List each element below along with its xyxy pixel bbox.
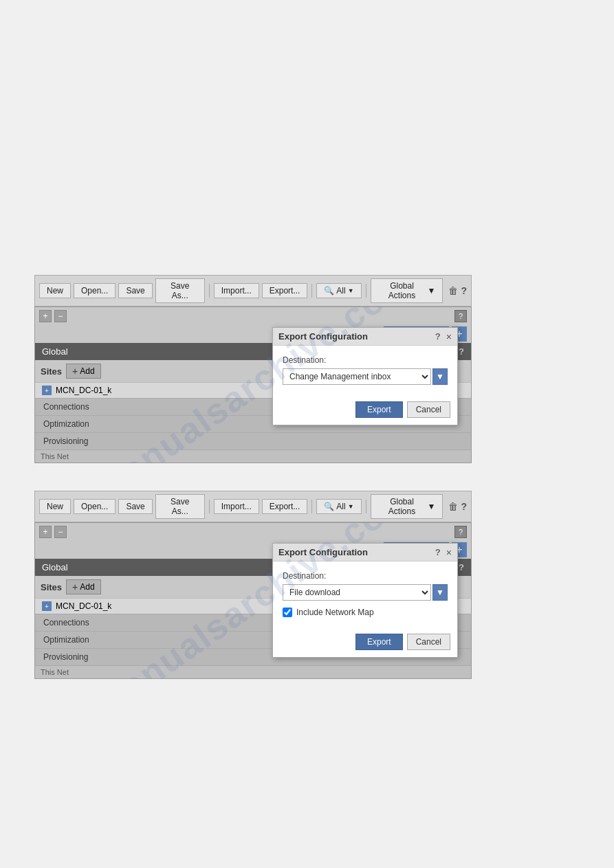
sites-label-1: Sites bbox=[41, 366, 62, 377]
toolbar-2: New Open... Save Save As... Import... Ex… bbox=[34, 491, 472, 522]
new-button-2[interactable]: New bbox=[39, 499, 71, 514]
panel-help-1[interactable]: ? bbox=[454, 310, 467, 322]
trash-icon-2[interactable]: 🗑 bbox=[448, 501, 458, 512]
trash-icon-1[interactable]: 🗑 bbox=[448, 285, 458, 296]
global-actions-button-1[interactable]: Global Actions ▼ bbox=[371, 278, 443, 303]
global-help-2[interactable]: ? bbox=[459, 562, 464, 572]
modal-help-icon-2[interactable]: ? bbox=[435, 547, 441, 557]
modal-title-1: Export Configuration bbox=[278, 331, 435, 342]
destination-row-2: File download ▼ bbox=[283, 584, 448, 601]
destination-label-2: Destination: bbox=[283, 571, 448, 581]
separator-1 bbox=[209, 284, 210, 298]
site-name-2: MCN_DC-01_k bbox=[56, 601, 111, 611]
separator-4 bbox=[209, 500, 210, 513]
modal-footer-2: Export Cancel bbox=[273, 631, 457, 657]
modal-titlebar-2: Export Configuration ? × bbox=[273, 544, 457, 561]
cancel-button-modal-2[interactable]: Cancel bbox=[407, 634, 450, 650]
sites-label-2: Sites bbox=[41, 582, 62, 592]
separator-6 bbox=[366, 500, 366, 513]
global-help-1[interactable]: ? bbox=[459, 346, 464, 357]
import-button-2[interactable]: Import... bbox=[214, 499, 259, 514]
plus-icon-1: + bbox=[72, 366, 78, 377]
export-button-1[interactable]: Export... bbox=[262, 283, 308, 298]
global-label-2: Global bbox=[42, 562, 68, 572]
nav-provisioning-1[interactable]: Provisioning bbox=[35, 432, 471, 449]
open-button-2[interactable]: Open... bbox=[74, 499, 116, 514]
cancel-button-modal-1[interactable]: Cancel bbox=[407, 401, 450, 418]
destination-select-2[interactable]: File download bbox=[283, 584, 431, 601]
add-site-button-1[interactable]: + Add bbox=[66, 364, 101, 379]
site-expand-icon-2[interactable]: + bbox=[42, 601, 52, 611]
modal-help-icon-1[interactable]: ? bbox=[435, 331, 441, 342]
site-expand-icon-1[interactable]: + bbox=[42, 386, 52, 395]
import-button-1[interactable]: Import... bbox=[214, 283, 259, 298]
panel-help-2[interactable]: ? bbox=[454, 526, 467, 538]
plus-icon-2: + bbox=[72, 581, 78, 592]
global-actions-button-2[interactable]: Global Actions ▼ bbox=[371, 494, 443, 519]
separator-2 bbox=[311, 284, 312, 298]
include-network-map-row: Include Network Map bbox=[283, 608, 448, 617]
collapse-btn-2[interactable]: − bbox=[54, 526, 67, 538]
modal-footer-1: Export Cancel bbox=[273, 399, 457, 425]
include-network-map-checkbox[interactable] bbox=[283, 608, 292, 617]
collapse-btn-1[interactable]: − bbox=[54, 310, 67, 322]
all-search-button-1[interactable]: 🔍 All ▼ bbox=[316, 283, 361, 298]
add-site-button-2[interactable]: + Add bbox=[66, 579, 101, 594]
modal-body-2: Destination: File download ▼ Include Net… bbox=[273, 561, 457, 631]
modal-body-1: Destination: Change Management inbox ▼ bbox=[273, 346, 457, 399]
modal-close-button-2[interactable]: × bbox=[446, 548, 452, 557]
expand-btn-2[interactable]: + bbox=[39, 526, 52, 538]
panel-top-bar-1: + − ? bbox=[35, 307, 471, 325]
help-icon-toolbar-2[interactable]: ? bbox=[461, 501, 467, 512]
destination-arrow-1[interactable]: ▼ bbox=[432, 368, 448, 385]
new-button-1[interactable]: New bbox=[39, 283, 71, 298]
panel-2: + − ? Network Map + Global ? Sites bbox=[34, 522, 472, 679]
global-label-1: Global bbox=[42, 346, 68, 357]
panel-footer-1: This Net bbox=[35, 449, 471, 463]
help-icon-toolbar-1[interactable]: ? bbox=[461, 285, 467, 296]
destination-row-1: Change Management inbox ▼ bbox=[283, 368, 448, 385]
search-icon-2: 🔍 bbox=[324, 502, 334, 511]
expand-btn-1[interactable]: + bbox=[39, 310, 52, 322]
panel-top-bar-2: + − ? bbox=[35, 523, 471, 541]
modal-close-button-1[interactable]: × bbox=[446, 332, 452, 342]
modal-titlebar-1: Export Configuration ? × bbox=[273, 328, 457, 346]
separator-5 bbox=[311, 500, 312, 513]
export-button-modal-1[interactable]: Export bbox=[355, 401, 403, 418]
include-network-map-label[interactable]: Include Network Map bbox=[296, 608, 374, 617]
search-icon-1: 🔍 bbox=[324, 286, 334, 296]
panel-footer-2: This Net bbox=[35, 665, 471, 678]
destination-select-1[interactable]: Change Management inbox bbox=[283, 368, 431, 385]
separator-3 bbox=[366, 284, 366, 298]
export-button-2[interactable]: Export... bbox=[262, 499, 308, 514]
destination-label-1: Destination: bbox=[283, 355, 448, 365]
destination-arrow-2[interactable]: ▼ bbox=[432, 584, 448, 601]
modal-title-2: Export Configuration bbox=[278, 547, 435, 557]
save-button-2[interactable]: Save bbox=[118, 499, 152, 514]
toolbar-1: New Open... Save Save As... Import... Ex… bbox=[34, 275, 472, 307]
save-as-button-2[interactable]: Save As... bbox=[155, 494, 205, 519]
panel-1: + − ? Network Map + Global ? Sites bbox=[34, 307, 472, 463]
caret-icon-1: ▼ bbox=[348, 287, 354, 294]
export-modal-1: Export Configuration ? × Destination: Ch… bbox=[272, 327, 458, 425]
caret-icon-2: ▼ bbox=[348, 503, 354, 510]
open-button-1[interactable]: Open... bbox=[74, 283, 116, 298]
export-button-modal-2[interactable]: Export bbox=[355, 634, 403, 650]
export-modal-2: Export Configuration ? × Destination: Fi… bbox=[272, 543, 458, 658]
site-name-1: MCN_DC-01_k bbox=[56, 386, 111, 395]
save-as-button-1[interactable]: Save As... bbox=[155, 278, 205, 303]
save-button-1[interactable]: Save bbox=[118, 283, 152, 298]
all-search-button-2[interactable]: 🔍 All ▼ bbox=[316, 499, 361, 514]
